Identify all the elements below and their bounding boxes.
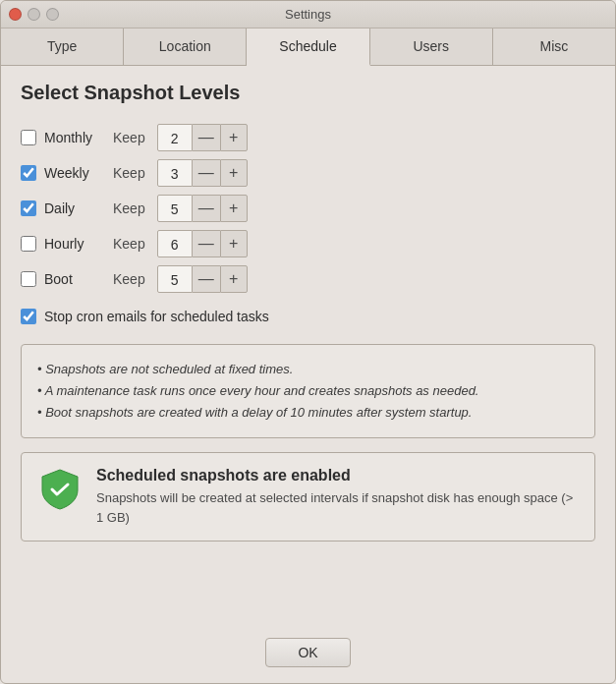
info-box: Snapshots are not scheduled at fixed tim… bbox=[21, 344, 595, 438]
window-controls bbox=[9, 8, 59, 21]
tab-location[interactable]: Location bbox=[124, 28, 247, 65]
daily-increment[interactable]: + bbox=[220, 195, 248, 222]
monthly-keep-label: Keep bbox=[113, 130, 145, 145]
close-button[interactable] bbox=[9, 8, 22, 21]
hourly-label: Hourly bbox=[44, 236, 103, 252]
boot-checkbox[interactable] bbox=[21, 271, 36, 287]
boot-spinner: 5 — + bbox=[157, 265, 248, 293]
cron-label: Stop cron emails for scheduled tasks bbox=[44, 309, 269, 324]
hourly-increment[interactable]: + bbox=[220, 230, 248, 257]
weekly-value: 3 bbox=[157, 159, 193, 187]
monthly-decrement[interactable]: — bbox=[193, 124, 220, 151]
weekly-checkbox[interactable] bbox=[21, 165, 36, 181]
titlebar: Settings bbox=[1, 1, 615, 28]
maximize-button[interactable] bbox=[46, 8, 59, 21]
weekly-keep-label: Keep bbox=[113, 165, 145, 181]
boot-label: Boot bbox=[44, 271, 103, 287]
tab-schedule[interactable]: Schedule bbox=[247, 28, 369, 66]
weekly-label: Weekly bbox=[44, 165, 103, 181]
section-title: Select Snapshot Levels bbox=[21, 82, 595, 104]
status-title: Scheduled snapshots are enabled bbox=[96, 467, 579, 484]
daily-keep-label: Keep bbox=[113, 200, 145, 216]
minimize-button[interactable] bbox=[28, 8, 40, 21]
weekly-decrement[interactable]: — bbox=[193, 159, 220, 187]
daily-decrement[interactable]: — bbox=[193, 195, 220, 222]
tab-bar: Type Location Schedule Users Misc bbox=[1, 28, 615, 66]
weekly-increment[interactable]: + bbox=[220, 159, 248, 187]
cron-checkbox[interactable] bbox=[21, 309, 36, 324]
level-row-daily: Daily Keep 5 — + bbox=[21, 195, 595, 222]
hourly-decrement[interactable]: — bbox=[193, 230, 220, 257]
boot-value: 5 bbox=[157, 265, 193, 293]
daily-label: Daily bbox=[44, 200, 103, 216]
status-description: Snapshots will be created at selected in… bbox=[96, 488, 579, 527]
monthly-increment[interactable]: + bbox=[220, 124, 248, 151]
cron-row: Stop cron emails for scheduled tasks bbox=[21, 309, 595, 324]
hourly-spinner: 6 — + bbox=[157, 230, 248, 257]
weekly-spinner: 3 — + bbox=[157, 159, 248, 187]
monthly-label: Monthly bbox=[44, 130, 103, 145]
hourly-keep-label: Keep bbox=[113, 236, 145, 252]
level-row-monthly: Monthly Keep 2 — + bbox=[21, 124, 595, 151]
boot-increment[interactable]: + bbox=[220, 265, 248, 293]
schedule-content: Select Snapshot Levels Monthly Keep 2 — … bbox=[1, 66, 615, 628]
level-row-hourly: Hourly Keep 6 — + bbox=[21, 230, 595, 257]
tab-type[interactable]: Type bbox=[1, 28, 124, 65]
daily-checkbox[interactable] bbox=[21, 200, 36, 216]
snapshot-levels: Monthly Keep 2 — + Weekly Keep 3 — + bbox=[21, 124, 595, 293]
status-text: Scheduled snapshots are enabled Snapshot… bbox=[96, 467, 579, 527]
daily-value: 5 bbox=[157, 195, 193, 222]
info-line-1: Snapshots are not scheduled at fixed tim… bbox=[37, 359, 579, 380]
status-box: Scheduled snapshots are enabled Snapshot… bbox=[21, 452, 595, 542]
boot-keep-label: Keep bbox=[113, 271, 145, 287]
hourly-value: 6 bbox=[157, 230, 193, 257]
info-line-3: Boot snapshots are created with a delay … bbox=[37, 402, 579, 424]
level-row-weekly: Weekly Keep 3 — + bbox=[21, 159, 595, 187]
tab-users[interactable]: Users bbox=[370, 28, 493, 65]
monthly-value: 2 bbox=[157, 124, 193, 151]
window-title: Settings bbox=[285, 7, 331, 22]
monthly-spinner: 2 — + bbox=[157, 124, 248, 151]
shield-icon bbox=[37, 467, 83, 512]
settings-window: Settings Type Location Schedule Users Mi… bbox=[0, 0, 616, 684]
footer: OK bbox=[1, 628, 615, 683]
daily-spinner: 5 — + bbox=[157, 195, 248, 222]
level-row-boot: Boot Keep 5 — + bbox=[21, 265, 595, 293]
tab-misc[interactable]: Misc bbox=[493, 28, 615, 65]
boot-decrement[interactable]: — bbox=[193, 265, 220, 293]
ok-button[interactable]: OK bbox=[265, 638, 350, 667]
info-line-2: A maintenance task runs once every hour … bbox=[37, 380, 579, 402]
monthly-checkbox[interactable] bbox=[21, 130, 36, 145]
hourly-checkbox[interactable] bbox=[21, 236, 36, 252]
